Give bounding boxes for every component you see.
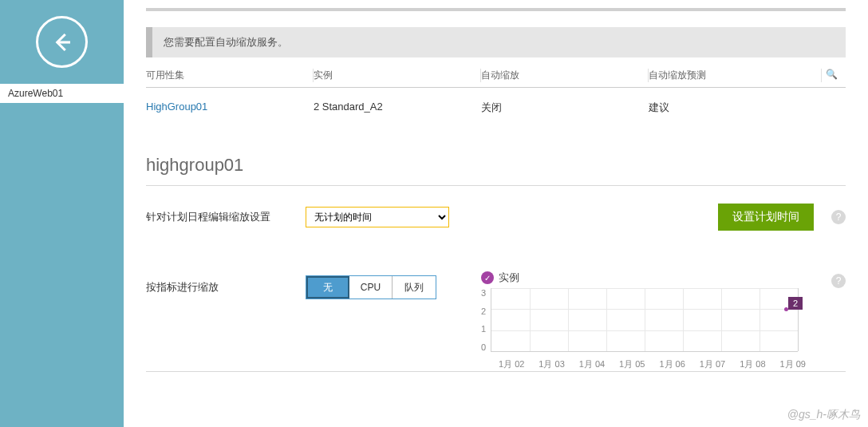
watermark: @gs_h-啄木鸟 [787,408,860,422]
availability-table: 可用性集 实例 自动缩放 自动缩放预测 🔍 HighGroup01 2 Stan… [146,69,846,123]
cell-instances: 2 Standard_A2 [314,101,481,115]
set-schedule-button[interactable]: 设置计划时间 [718,204,814,231]
seg-none[interactable]: 无 [306,276,349,299]
chart-title-row: ✓ 实例 [481,271,846,285]
help-icon[interactable]: ? [831,210,846,224]
search-icon[interactable]: 🔍 [822,69,846,82]
seg-queue[interactable]: 队列 [393,276,436,299]
scale-segmented: 无 CPU 队列 [306,275,436,299]
scale-label: 按指标进行缩放 [146,275,306,295]
divider [146,185,846,186]
back-button[interactable] [36,16,88,68]
arrow-left-icon [50,30,74,54]
notice-bar: 您需要配置自动缩放服务。 [146,27,846,57]
y-axis: 3 2 1 0 [481,288,491,352]
th-autoscale[interactable]: 自动缩放 [481,69,649,82]
group-title: highgroup01 [146,155,846,176]
th-prediction[interactable]: 自动缩放预测 [649,69,822,82]
table-row[interactable]: HighGroup01 2 Standard_A2 关闭 建议 [146,88,846,123]
main-content: 您需要配置自动缩放服务。 可用性集 实例 自动缩放 自动缩放预测 🔍 HighG… [124,0,868,427]
sidebar: AzureWeb01 [0,0,124,427]
th-availability[interactable]: 可用性集 [146,69,314,82]
chart-title: 实例 [499,271,519,285]
check-icon: ✓ [481,271,494,284]
schedule-label: 针对计划日程编辑缩放设置 [146,210,306,224]
cell-prediction: 建议 [649,101,822,115]
schedule-select[interactable]: 无计划的时间 [306,207,449,227]
chart-grid: 2 [491,288,798,352]
help-icon[interactable]: ? [831,274,846,288]
chart: ✓ 实例 3 2 1 0 [481,271,846,370]
th-instances[interactable]: 实例 [314,69,481,82]
data-label: 2 [788,297,803,310]
seg-cpu[interactable]: CPU [349,276,393,299]
divider [146,371,846,372]
cell-availability-set[interactable]: HighGroup01 [146,101,314,115]
cell-autoscale: 关闭 [481,101,649,115]
table-header: 可用性集 实例 自动缩放 自动缩放预测 🔍 [146,69,846,88]
scale-row: 按指标进行缩放 无 CPU 队列 ✓ 实例 3 2 1 0 [146,275,846,299]
sidebar-item-azureweb01[interactable]: AzureWeb01 [0,84,124,103]
schedule-row: 针对计划日程编辑缩放设置 无计划的时间 设置计划时间 ? [146,207,846,227]
top-divider [146,8,846,11]
x-axis: 1月 02 1月 03 1月 04 1月 05 1月 06 1月 07 1月 0… [499,358,806,370]
